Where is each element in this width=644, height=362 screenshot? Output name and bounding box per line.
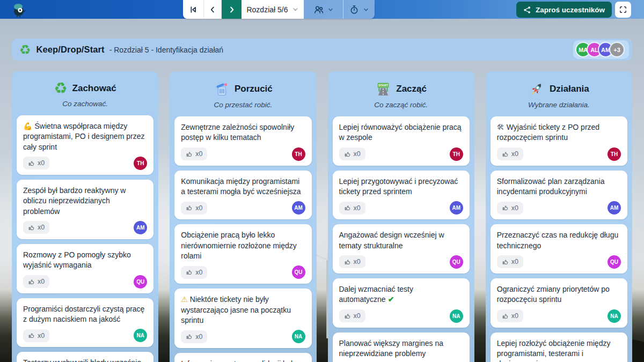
card[interactable]: 💪Świetna współpraca między programistami… xyxy=(17,115,153,175)
card-text: Lepiej rozłożyć obciążenie między progra… xyxy=(497,338,621,362)
column-subtitle: Co zachować. xyxy=(17,100,153,108)
author-avatar: QU xyxy=(450,255,463,269)
retro-columns: ♻ Zachować Co zachować. 💪Świetna współpr… xyxy=(12,71,632,362)
card[interactable]: Obciążenie pracą było lekko nierównomier… xyxy=(174,224,311,284)
like-button[interactable]: x0 xyxy=(181,266,207,279)
card-footer: x0 NA xyxy=(23,329,147,342)
like-button[interactable]: x0 xyxy=(23,221,49,234)
app-logo-mascot[interactable] xyxy=(11,2,27,18)
column-header: START Zacząć xyxy=(333,81,470,97)
chapter-selector[interactable]: Rozdział 5/6 xyxy=(241,0,304,19)
like-count: x0 xyxy=(511,204,518,212)
author-avatar: AM xyxy=(292,201,305,215)
card-text-main: Dalej wzmacniać testy automatyczne xyxy=(339,285,414,304)
card[interactable]: Lepiej równoważyć obciążenie pracą w zes… xyxy=(333,116,470,166)
like-button[interactable]: x0 xyxy=(497,309,523,322)
timer-menu-button[interactable] xyxy=(343,0,375,19)
participants-menu-button[interactable] xyxy=(304,0,343,19)
like-button[interactable]: x0 xyxy=(181,202,207,215)
recycle-icon: ♻ xyxy=(54,81,67,96)
like-button[interactable]: x0 xyxy=(181,147,207,160)
card-footer: x0 AM xyxy=(181,201,305,215)
fullscreen-button[interactable] xyxy=(615,2,631,18)
column-subtitle: Co przestać robić. xyxy=(174,101,311,109)
card[interactable]: Planować większy margines na nieprzewidz… xyxy=(333,333,470,362)
card-text-main: Obciążenie pracą było lekko nierównomier… xyxy=(181,231,297,260)
card[interactable]: Zespół był bardzo reaktywny w obliczu ni… xyxy=(17,180,153,239)
card[interactable]: Sformalizować plan zarządzania incydenta… xyxy=(491,171,627,220)
card[interactable]: Lepiej rozłożyć obciążenie między progra… xyxy=(491,333,627,362)
topbar-right: Zaproś uczestników xyxy=(516,2,631,18)
card[interactable]: Programiści dostarczyli czystą pracę z d… xyxy=(17,298,153,348)
trash-icon xyxy=(214,81,230,97)
thumbs-up-icon xyxy=(28,160,35,167)
card[interactable]: Zewnętrzne zależności spowolniły postęp … xyxy=(174,116,311,166)
column-title: Działania xyxy=(550,84,589,94)
like-button[interactable]: x0 xyxy=(339,309,365,322)
thumbs-up-icon xyxy=(28,224,35,231)
like-button[interactable]: x0 xyxy=(497,255,523,268)
card[interactable]: Przeznaczyć czas na redukcję długu techn… xyxy=(491,224,627,274)
card-text-main: Angażować design wcześniej w tematy stru… xyxy=(339,231,444,249)
card-text-main: Niektóre tickety nie były wystarczająco … xyxy=(181,295,291,324)
like-button[interactable]: x0 xyxy=(339,202,365,215)
card-text-main: Rozmowy z PO pomogły szybko wyjaśnić wym… xyxy=(23,250,131,269)
author-avatar: NA xyxy=(608,309,621,323)
fullscreen-icon xyxy=(619,5,627,14)
thumbs-up-icon xyxy=(28,332,35,339)
like-button[interactable]: x0 xyxy=(23,157,49,169)
card-text: Testerzy wychwycili błędy wcześnie, unik… xyxy=(23,358,147,362)
card-text: Zespół był bardzo reaktywny w obliczu ni… xyxy=(23,186,147,217)
participants-avatars[interactable]: MA AL AM +3 xyxy=(573,40,629,59)
like-button[interactable]: x0 xyxy=(23,275,49,288)
card-text: Ograniczyć zmiany priorytetów po rozpocz… xyxy=(497,284,621,305)
card-text: Obciążenie pracą było lekko nierównomier… xyxy=(181,230,305,261)
author-avatar: TH xyxy=(608,147,621,161)
like-button[interactable]: x0 xyxy=(23,329,49,342)
column-keep: ♻ Zachować Co zachować. 💪Świetna współpr… xyxy=(12,71,158,362)
like-button[interactable]: x0 xyxy=(339,255,365,268)
next-chapter-button[interactable] xyxy=(222,0,241,19)
card[interactable]: 🛠Wyjaśnić tickety z PO przed rozpoczęcie… xyxy=(491,116,627,166)
like-button[interactable]: x0 xyxy=(181,330,207,343)
card-footer: x0 NA xyxy=(181,330,305,343)
share-icon xyxy=(523,6,531,14)
card-text-main: Informacje zwrotne z walidacji były czas… xyxy=(181,359,296,362)
board-subtitle: - Rozdział 5 - Identyfikacja działań xyxy=(109,46,223,54)
like-count: x0 xyxy=(354,312,361,320)
card[interactable]: Testerzy wychwycili błędy wcześnie, unik… xyxy=(17,352,153,362)
chevron-right-icon xyxy=(227,5,237,14)
card[interactable]: Dalej wzmacniać testy automatyczne✔ x0 N… xyxy=(333,278,470,328)
card[interactable]: Informacje zwrotne z walidacji były czas… xyxy=(174,353,311,362)
card-text-main: Zespół był bardzo reaktywny w obliczu ni… xyxy=(23,186,126,216)
like-count: x0 xyxy=(38,224,45,231)
like-count: x0 xyxy=(38,278,45,285)
like-count: x0 xyxy=(354,258,361,265)
like-count: x0 xyxy=(38,332,45,339)
card-footer: x0 AM xyxy=(497,201,621,215)
card-text-main: Zewnętrzne zależności spowolniły postęp … xyxy=(181,123,294,142)
like-button[interactable]: x0 xyxy=(497,202,523,215)
card[interactable]: ⚠Niektóre tickety nie były wystarczająco… xyxy=(174,289,311,348)
thumbs-up-icon xyxy=(502,313,509,320)
go-first-button[interactable] xyxy=(183,0,204,19)
card[interactable]: Ograniczyć zmiany priorytetów po rozpocz… xyxy=(491,278,627,328)
author-avatar: NA xyxy=(450,309,463,323)
participants-overflow-badge[interactable]: +3 xyxy=(609,42,625,57)
board-header: ♻ Keep/Drop/Start - Rozdział 5 - Identyf… xyxy=(12,39,632,61)
thumbs-up-icon xyxy=(502,204,509,211)
card[interactable]: Angażować design wcześniej w tematy stru… xyxy=(333,224,470,274)
like-count: x0 xyxy=(511,150,518,158)
chapter-label: Rozdział 5/6 xyxy=(246,5,288,14)
column-header: Działania xyxy=(491,81,627,97)
card[interactable]: Komunikacja między programistami a teste… xyxy=(174,171,311,220)
invite-participants-button[interactable]: Zaproś uczestników xyxy=(516,2,612,18)
svg-text:START: START xyxy=(378,84,389,87)
card[interactable]: Lepiej przygotowywać i precyzować ticket… xyxy=(333,171,470,220)
card-footer: x0 TH xyxy=(497,147,621,161)
like-button[interactable]: x0 xyxy=(339,147,365,160)
prev-chapter-button[interactable] xyxy=(204,0,222,19)
start-road-icon: START xyxy=(375,81,391,97)
like-button[interactable]: x0 xyxy=(497,147,523,160)
card[interactable]: Rozmowy z PO pomogły szybko wyjaśnić wym… xyxy=(17,244,153,293)
